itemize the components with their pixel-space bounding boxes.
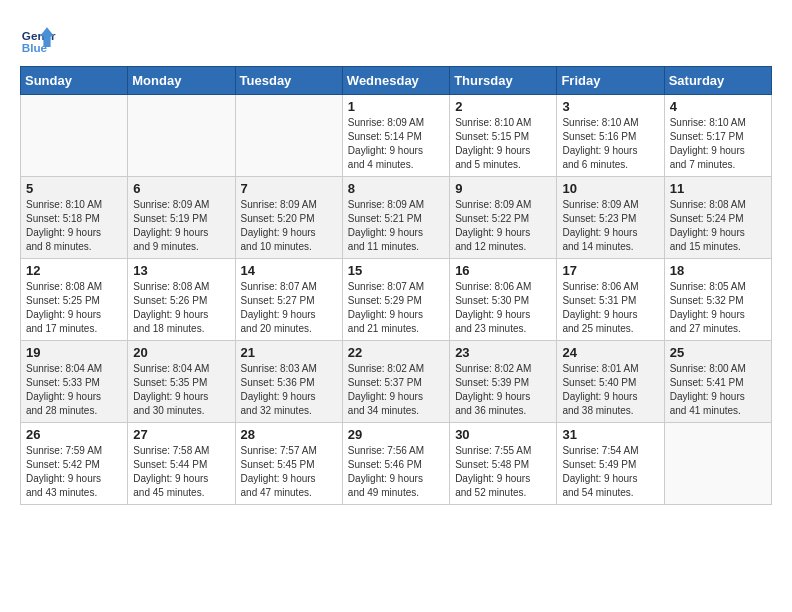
day-info: Sunrise: 8:04 AM Sunset: 5:33 PM Dayligh… xyxy=(26,362,122,418)
calendar-cell: 4Sunrise: 8:10 AM Sunset: 5:17 PM Daylig… xyxy=(664,95,771,177)
day-info: Sunrise: 8:09 AM Sunset: 5:14 PM Dayligh… xyxy=(348,116,444,172)
calendar-cell: 11Sunrise: 8:08 AM Sunset: 5:24 PM Dayli… xyxy=(664,177,771,259)
calendar-cell: 19Sunrise: 8:04 AM Sunset: 5:33 PM Dayli… xyxy=(21,341,128,423)
calendar-cell: 25Sunrise: 8:00 AM Sunset: 5:41 PM Dayli… xyxy=(664,341,771,423)
day-number: 18 xyxy=(670,263,766,278)
day-info: Sunrise: 8:08 AM Sunset: 5:24 PM Dayligh… xyxy=(670,198,766,254)
day-info: Sunrise: 7:58 AM Sunset: 5:44 PM Dayligh… xyxy=(133,444,229,500)
calendar-cell: 13Sunrise: 8:08 AM Sunset: 5:26 PM Dayli… xyxy=(128,259,235,341)
calendar-table: SundayMondayTuesdayWednesdayThursdayFrid… xyxy=(20,66,772,505)
day-number: 6 xyxy=(133,181,229,196)
weekday-header-friday: Friday xyxy=(557,67,664,95)
day-number: 3 xyxy=(562,99,658,114)
weekday-header-sunday: Sunday xyxy=(21,67,128,95)
day-info: Sunrise: 8:02 AM Sunset: 5:39 PM Dayligh… xyxy=(455,362,551,418)
day-number: 31 xyxy=(562,427,658,442)
day-number: 20 xyxy=(133,345,229,360)
day-info: Sunrise: 8:09 AM Sunset: 5:22 PM Dayligh… xyxy=(455,198,551,254)
calendar-cell: 14Sunrise: 8:07 AM Sunset: 5:27 PM Dayli… xyxy=(235,259,342,341)
day-number: 11 xyxy=(670,181,766,196)
calendar-cell: 1Sunrise: 8:09 AM Sunset: 5:14 PM Daylig… xyxy=(342,95,449,177)
day-info: Sunrise: 8:03 AM Sunset: 5:36 PM Dayligh… xyxy=(241,362,337,418)
calendar-cell: 20Sunrise: 8:04 AM Sunset: 5:35 PM Dayli… xyxy=(128,341,235,423)
day-info: Sunrise: 8:05 AM Sunset: 5:32 PM Dayligh… xyxy=(670,280,766,336)
weekday-header-tuesday: Tuesday xyxy=(235,67,342,95)
day-info: Sunrise: 8:02 AM Sunset: 5:37 PM Dayligh… xyxy=(348,362,444,418)
calendar-cell xyxy=(21,95,128,177)
logo-icon: General Blue xyxy=(20,20,56,56)
day-info: Sunrise: 8:10 AM Sunset: 5:15 PM Dayligh… xyxy=(455,116,551,172)
calendar-week-row: 5Sunrise: 8:10 AM Sunset: 5:18 PM Daylig… xyxy=(21,177,772,259)
day-info: Sunrise: 8:07 AM Sunset: 5:27 PM Dayligh… xyxy=(241,280,337,336)
calendar-cell xyxy=(235,95,342,177)
calendar-cell: 12Sunrise: 8:08 AM Sunset: 5:25 PM Dayli… xyxy=(21,259,128,341)
weekday-header-saturday: Saturday xyxy=(664,67,771,95)
day-info: Sunrise: 8:08 AM Sunset: 5:26 PM Dayligh… xyxy=(133,280,229,336)
calendar-cell: 10Sunrise: 8:09 AM Sunset: 5:23 PM Dayli… xyxy=(557,177,664,259)
day-info: Sunrise: 7:59 AM Sunset: 5:42 PM Dayligh… xyxy=(26,444,122,500)
day-number: 5 xyxy=(26,181,122,196)
day-info: Sunrise: 7:57 AM Sunset: 5:45 PM Dayligh… xyxy=(241,444,337,500)
day-info: Sunrise: 8:07 AM Sunset: 5:29 PM Dayligh… xyxy=(348,280,444,336)
calendar-week-row: 12Sunrise: 8:08 AM Sunset: 5:25 PM Dayli… xyxy=(21,259,772,341)
day-number: 19 xyxy=(26,345,122,360)
calendar-cell: 3Sunrise: 8:10 AM Sunset: 5:16 PM Daylig… xyxy=(557,95,664,177)
calendar-cell: 7Sunrise: 8:09 AM Sunset: 5:20 PM Daylig… xyxy=(235,177,342,259)
day-info: Sunrise: 8:10 AM Sunset: 5:16 PM Dayligh… xyxy=(562,116,658,172)
weekday-header-thursday: Thursday xyxy=(450,67,557,95)
day-info: Sunrise: 8:08 AM Sunset: 5:25 PM Dayligh… xyxy=(26,280,122,336)
day-number: 8 xyxy=(348,181,444,196)
day-number: 26 xyxy=(26,427,122,442)
calendar-cell: 31Sunrise: 7:54 AM Sunset: 5:49 PM Dayli… xyxy=(557,423,664,505)
day-number: 13 xyxy=(133,263,229,278)
calendar-cell: 23Sunrise: 8:02 AM Sunset: 5:39 PM Dayli… xyxy=(450,341,557,423)
calendar-cell: 15Sunrise: 8:07 AM Sunset: 5:29 PM Dayli… xyxy=(342,259,449,341)
calendar-cell: 26Sunrise: 7:59 AM Sunset: 5:42 PM Dayli… xyxy=(21,423,128,505)
calendar-cell: 5Sunrise: 8:10 AM Sunset: 5:18 PM Daylig… xyxy=(21,177,128,259)
day-number: 12 xyxy=(26,263,122,278)
day-info: Sunrise: 8:09 AM Sunset: 5:20 PM Dayligh… xyxy=(241,198,337,254)
calendar-cell: 30Sunrise: 7:55 AM Sunset: 5:48 PM Dayli… xyxy=(450,423,557,505)
calendar-cell: 9Sunrise: 8:09 AM Sunset: 5:22 PM Daylig… xyxy=(450,177,557,259)
day-number: 4 xyxy=(670,99,766,114)
day-info: Sunrise: 7:55 AM Sunset: 5:48 PM Dayligh… xyxy=(455,444,551,500)
day-number: 2 xyxy=(455,99,551,114)
day-number: 27 xyxy=(133,427,229,442)
calendar-cell: 17Sunrise: 8:06 AM Sunset: 5:31 PM Dayli… xyxy=(557,259,664,341)
day-info: Sunrise: 8:09 AM Sunset: 5:19 PM Dayligh… xyxy=(133,198,229,254)
day-number: 7 xyxy=(241,181,337,196)
day-number: 22 xyxy=(348,345,444,360)
calendar-cell: 24Sunrise: 8:01 AM Sunset: 5:40 PM Dayli… xyxy=(557,341,664,423)
calendar-cell: 16Sunrise: 8:06 AM Sunset: 5:30 PM Dayli… xyxy=(450,259,557,341)
calendar-cell: 29Sunrise: 7:56 AM Sunset: 5:46 PM Dayli… xyxy=(342,423,449,505)
day-number: 1 xyxy=(348,99,444,114)
day-number: 16 xyxy=(455,263,551,278)
day-number: 30 xyxy=(455,427,551,442)
day-info: Sunrise: 8:06 AM Sunset: 5:30 PM Dayligh… xyxy=(455,280,551,336)
day-info: Sunrise: 8:10 AM Sunset: 5:17 PM Dayligh… xyxy=(670,116,766,172)
calendar-cell: 8Sunrise: 8:09 AM Sunset: 5:21 PM Daylig… xyxy=(342,177,449,259)
calendar-header-row: SundayMondayTuesdayWednesdayThursdayFrid… xyxy=(21,67,772,95)
day-number: 29 xyxy=(348,427,444,442)
calendar-cell: 27Sunrise: 7:58 AM Sunset: 5:44 PM Dayli… xyxy=(128,423,235,505)
calendar-week-row: 26Sunrise: 7:59 AM Sunset: 5:42 PM Dayli… xyxy=(21,423,772,505)
day-info: Sunrise: 8:09 AM Sunset: 5:23 PM Dayligh… xyxy=(562,198,658,254)
day-number: 14 xyxy=(241,263,337,278)
logo: General Blue xyxy=(20,20,62,56)
day-number: 10 xyxy=(562,181,658,196)
day-info: Sunrise: 8:01 AM Sunset: 5:40 PM Dayligh… xyxy=(562,362,658,418)
day-info: Sunrise: 8:04 AM Sunset: 5:35 PM Dayligh… xyxy=(133,362,229,418)
calendar-cell xyxy=(664,423,771,505)
calendar-cell: 22Sunrise: 8:02 AM Sunset: 5:37 PM Dayli… xyxy=(342,341,449,423)
day-info: Sunrise: 7:54 AM Sunset: 5:49 PM Dayligh… xyxy=(562,444,658,500)
day-number: 25 xyxy=(670,345,766,360)
day-number: 23 xyxy=(455,345,551,360)
day-number: 28 xyxy=(241,427,337,442)
day-number: 15 xyxy=(348,263,444,278)
day-number: 24 xyxy=(562,345,658,360)
calendar-cell: 28Sunrise: 7:57 AM Sunset: 5:45 PM Dayli… xyxy=(235,423,342,505)
weekday-header-monday: Monday xyxy=(128,67,235,95)
calendar-cell: 2Sunrise: 8:10 AM Sunset: 5:15 PM Daylig… xyxy=(450,95,557,177)
day-info: Sunrise: 8:06 AM Sunset: 5:31 PM Dayligh… xyxy=(562,280,658,336)
day-number: 21 xyxy=(241,345,337,360)
